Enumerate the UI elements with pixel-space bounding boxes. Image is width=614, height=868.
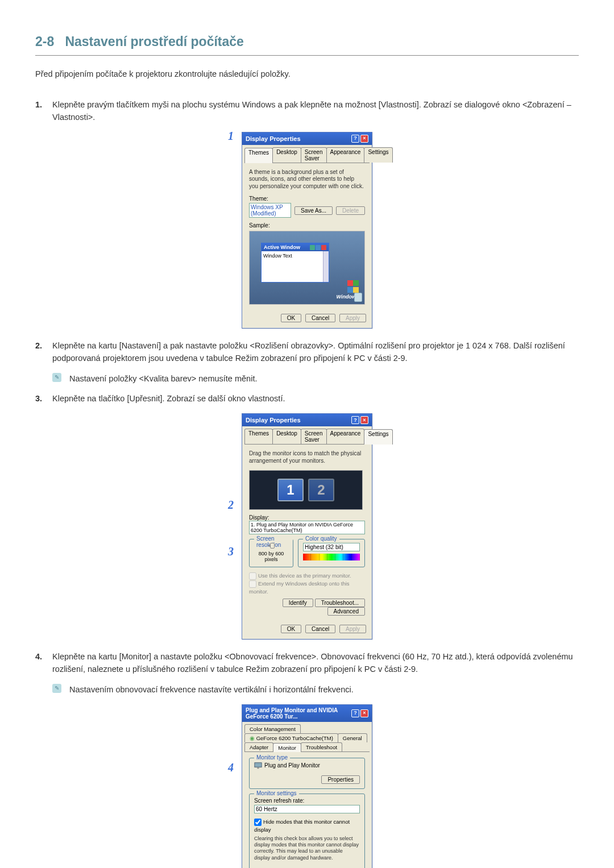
refresh-rate-select[interactable]: 60 Hertz	[254, 805, 360, 813]
intro-text: Před připojením počítače k projektoru zk…	[35, 69, 579, 78]
color-quality-select[interactable]: Highest (32 bit)	[303, 543, 360, 551]
sample-preview: Active Window Window Text Wind	[249, 231, 365, 305]
extend-desktop-checkbox: Extend my Windows desktop onto this moni…	[249, 580, 365, 595]
ok-button[interactable]: OK	[281, 625, 301, 633]
list-item: 2. Klepněte na kartu [Nastavení] a pak n…	[35, 340, 579, 365]
note: ✎ Nastavení položky <Kvalita barev> nemu…	[52, 373, 579, 385]
identify-button[interactable]: Identify	[283, 599, 313, 607]
dialog-footer: OK Cancel Apply	[242, 621, 372, 639]
tab-settings[interactable]: Settings	[364, 147, 392, 163]
monitor-settings-group: Monitor settings Screen refresh rate: 60…	[249, 794, 365, 868]
tab-appearance[interactable]: Appearance	[326, 147, 365, 163]
primary-monitor-checkbox: Use this device as the primary monitor.	[249, 572, 365, 580]
hide-modes-description: Clearing this check box allows you to se…	[254, 836, 360, 861]
help-icon[interactable]: ?	[351, 416, 359, 424]
tabs: Themes Desktop Screen Saver Appearance S…	[244, 147, 370, 163]
dialog-body: Monitor type Plug and Play Monitor Prope…	[242, 752, 372, 868]
ordered-list: 1. Klepněte pravým tlačítkem myši na plo…	[35, 99, 579, 868]
list-text: Klepněte na kartu [Nastavení] a pak nast…	[52, 340, 579, 365]
tab-themes[interactable]: Themes	[244, 148, 273, 163]
dialog-title: Plug and Play Monitor and NVIDIA GeForce…	[246, 707, 351, 720]
drag-text: Drag the monitor icons to match the phys…	[249, 450, 365, 464]
tab-themes[interactable]: Themes	[244, 429, 273, 444]
ok-button[interactable]: OK	[281, 314, 301, 322]
monitor-2-icon[interactable]: 2	[308, 479, 334, 501]
sample-window-text: Window Text	[263, 253, 292, 259]
theme-row: Windows XP (Modified) Save As... Delete	[249, 203, 365, 218]
list-item: 3. Klepněte na tlačítko [Upřesnit]. Zobr…	[35, 393, 579, 405]
titlebar-icons: ? ×	[351, 416, 368, 424]
svg-rect-1	[257, 767, 259, 769]
properties-button[interactable]: Properties	[321, 775, 360, 784]
help-icon[interactable]: ?	[351, 709, 359, 717]
dialog-body: A theme is a background plus a set of so…	[242, 163, 372, 311]
close-icon[interactable]: ×	[360, 416, 368, 424]
list-number: 1.	[35, 99, 52, 124]
tab-screensaver[interactable]: Screen Saver	[301, 429, 327, 444]
display-select[interactable]: 1. Plug and Play Monitor on NVIDIA GeFor…	[249, 521, 365, 534]
sample-label: Sample:	[249, 222, 365, 229]
callout-3: 3	[228, 545, 234, 558]
tabs: Color Management ◉ GeForce 6200 TurboCac…	[244, 724, 370, 752]
save-as-button[interactable]: Save As...	[294, 206, 333, 215]
titlebar: Plug and Play Monitor and NVIDIA GeForce…	[242, 705, 372, 722]
tab-monitor[interactable]: Monitor	[273, 743, 301, 752]
page-title: 2-8 Nastavení prostředí počítače	[35, 34, 579, 49]
cancel-button[interactable]: Cancel	[305, 625, 335, 633]
dialog-display-properties-settings: Display Properties ? × Themes Desktop Sc…	[242, 413, 372, 639]
figure-2: 2 3 Display Properties ? × Themes Deskto…	[35, 413, 579, 639]
monitor-type-row: Plug and Play Monitor	[254, 762, 320, 770]
note-text: Nastavení položky <Kvalita barev> nemusí…	[69, 373, 257, 385]
document-page: 2-8 Nastavení prostředí počítače Před př…	[0, 0, 614, 868]
tab-color-management[interactable]: Color Management	[244, 724, 301, 733]
tab-desktop[interactable]: Desktop	[272, 147, 301, 163]
group-title: Monitor type	[254, 754, 290, 761]
tab-desktop[interactable]: Desktop	[272, 429, 301, 444]
resolution-value: 800 by 600 pixels	[254, 551, 288, 562]
tab-adapter[interactable]: Adapter	[244, 742, 273, 751]
recycle-bin-icon	[354, 293, 362, 302]
monitor-1-icon[interactable]: 1	[277, 479, 304, 501]
group-title: Monitor settings	[254, 790, 299, 796]
advanced-button[interactable]: Advanced	[327, 607, 365, 616]
dialog-title: Display Properties	[246, 417, 301, 423]
theme-select[interactable]: Windows XP (Modified)	[249, 203, 291, 218]
theme-description: A theme is a background plus a set of so…	[249, 169, 365, 190]
theme-label: Theme:	[249, 196, 365, 202]
note-icon: ✎	[52, 373, 61, 382]
sample-window-icons	[310, 245, 326, 250]
sample-window-title: Active Window	[264, 244, 300, 250]
monitor-arrangement[interactable]: 1 2	[249, 470, 363, 510]
monitor-type-value: Plug and Play Monitor	[264, 762, 320, 769]
figure-3: 4 Plug and Play Monitor and NVIDIA GeFor…	[35, 704, 579, 868]
cancel-button[interactable]: Cancel	[305, 314, 335, 322]
close-icon[interactable]: ×	[360, 135, 368, 143]
tab-general[interactable]: General	[338, 733, 367, 742]
titlebar-icons: ? ×	[351, 709, 368, 717]
tab-screensaver[interactable]: Screen Saver	[301, 147, 327, 163]
monitor-icon	[254, 762, 262, 770]
troubleshoot-button[interactable]: Troubleshoot...	[315, 599, 365, 607]
monitor-type-group: Monitor type Plug and Play Monitor Prope…	[249, 758, 365, 789]
list-number: 4.	[35, 651, 52, 676]
titlebar: Display Properties ? ×	[242, 414, 372, 426]
tab-settings[interactable]: Settings	[364, 429, 392, 445]
hide-modes-checkbox[interactable]: Hide modes that this monitor cannot disp…	[254, 818, 360, 833]
tab-troubleshoot[interactable]: Troubleshoot	[301, 742, 342, 751]
figure-1: 1 Display Properties ? × Themes Desktop …	[35, 132, 579, 329]
apply-button[interactable]: Apply	[339, 314, 366, 322]
apply-button[interactable]: Apply	[339, 625, 366, 633]
sample-window: Active Window Window Text	[261, 243, 329, 283]
tab-appearance[interactable]: Appearance	[326, 429, 365, 444]
dialog-title: Display Properties	[246, 135, 301, 142]
tabs: Themes Desktop Screen Saver Appearance S…	[244, 429, 370, 445]
delete-button[interactable]: Delete	[336, 206, 365, 215]
tab-geforce[interactable]: ◉ GeForce 6200 TurboCache(TM)	[244, 733, 338, 742]
list-item: 4. Klepněte na kartu [Monitor] a nastavt…	[35, 651, 579, 676]
close-icon[interactable]: ×	[360, 709, 368, 717]
help-icon[interactable]: ?	[351, 135, 359, 143]
callout-2: 2	[228, 499, 234, 512]
titlebar: Display Properties ? ×	[242, 132, 372, 145]
note: ✎ Nastavením obnovovací frekvence nastav…	[52, 684, 579, 696]
note-text: Nastavením obnovovací frekvence nastavít…	[69, 684, 354, 696]
